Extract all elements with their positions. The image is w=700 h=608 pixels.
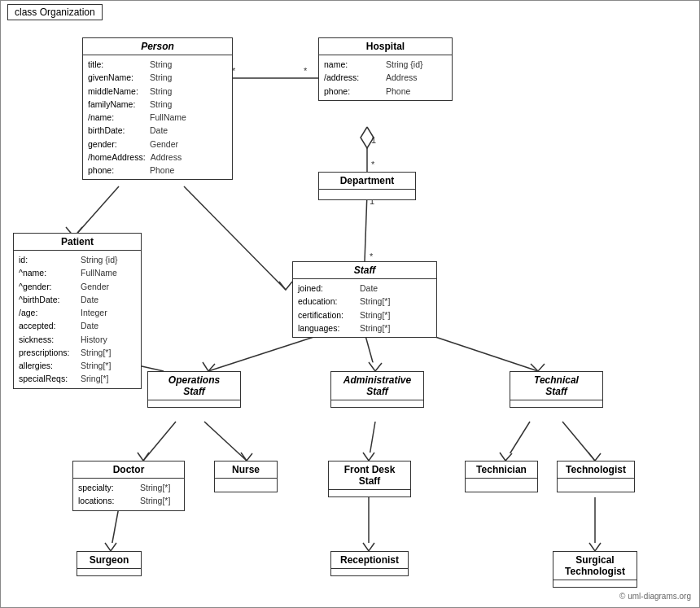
class-staff-name: Staff <box>293 262 436 279</box>
class-technician-name: Technician <box>466 461 537 479</box>
class-doctor: Doctor specialty:String[*] locations:Str… <box>72 461 185 511</box>
class-patient-attrs: id:String {id} ^name:FullName ^gender:Ge… <box>14 251 141 388</box>
svg-line-10 <box>184 186 286 290</box>
svg-text:*: * <box>371 160 375 169</box>
class-patient: Patient id:String {id} ^name:FullName ^g… <box>13 233 142 389</box>
class-surgeon-name: Surgeon <box>77 552 141 569</box>
class-hospital-name: Hospital <box>319 38 452 55</box>
svg-line-6 <box>365 193 367 261</box>
class-staff-attrs: joined:Date education:String[*] certific… <box>293 279 436 337</box>
class-person-name: Person <box>83 38 232 55</box>
svg-text:1: 1 <box>371 135 376 145</box>
class-staff: Staff joined:Date education:String[*] ce… <box>292 261 437 338</box>
diagram-title: class Organization <box>7 4 103 20</box>
class-nurse: Nurse <box>214 461 278 492</box>
svg-line-20 <box>111 507 119 551</box>
class-department: Department <box>318 172 416 200</box>
svg-text:*: * <box>370 252 374 261</box>
svg-line-17 <box>369 422 375 461</box>
class-technician: Technician <box>465 461 538 492</box>
svg-line-19 <box>562 422 595 461</box>
class-operations-staff-name: OperationsStaff <box>148 372 240 400</box>
class-hospital-attrs: name:String {id} /address:Address phone:… <box>319 55 452 100</box>
svg-line-12 <box>208 333 326 371</box>
svg-text:*: * <box>304 66 308 76</box>
diagram-container: class Organization * * 1 * 1 * * <box>0 0 700 608</box>
class-doctor-name: Doctor <box>73 461 184 479</box>
class-receptionist-name: Receptionist <box>331 552 408 569</box>
class-department-attrs <box>319 190 415 199</box>
class-department-name: Department <box>319 173 415 190</box>
class-technologist: Technologist <box>557 461 635 492</box>
svg-line-9 <box>74 186 119 237</box>
svg-line-15 <box>143 422 176 461</box>
copyright: © uml-diagrams.org <box>619 592 691 601</box>
class-surgeon: Surgeon <box>77 551 142 576</box>
svg-line-16 <box>204 422 247 461</box>
class-technical-staff: TechnicalStaff <box>510 371 603 408</box>
class-doctor-attrs: specialty:String[*] locations:String[*] <box>73 479 184 510</box>
class-operations-staff: OperationsStaff <box>147 371 241 408</box>
svg-line-18 <box>505 422 530 461</box>
class-front-desk: Front DeskStaff <box>328 461 411 497</box>
class-admin-staff: AdministrativeStaff <box>330 371 424 408</box>
class-front-desk-name: Front DeskStaff <box>329 461 410 490</box>
class-surgical-technologist-name: SurgicalTechnologist <box>553 552 637 580</box>
class-admin-staff-name: AdministrativeStaff <box>331 372 423 400</box>
class-nurse-name: Nurse <box>215 461 277 479</box>
class-surgical-technologist: SurgicalTechnologist <box>553 551 637 588</box>
class-patient-name: Patient <box>14 234 141 251</box>
class-hospital: Hospital name:String {id} /address:Addre… <box>318 37 453 101</box>
class-technical-staff-name: TechnicalStaff <box>510 372 602 400</box>
class-person-attrs: title:String givenName:String middleName… <box>83 55 232 179</box>
class-receptionist: Receptionist <box>330 551 409 576</box>
class-technologist-name: Technologist <box>558 461 634 479</box>
class-person: Person title:String givenName:String mid… <box>82 37 233 180</box>
svg-line-13 <box>365 333 375 371</box>
